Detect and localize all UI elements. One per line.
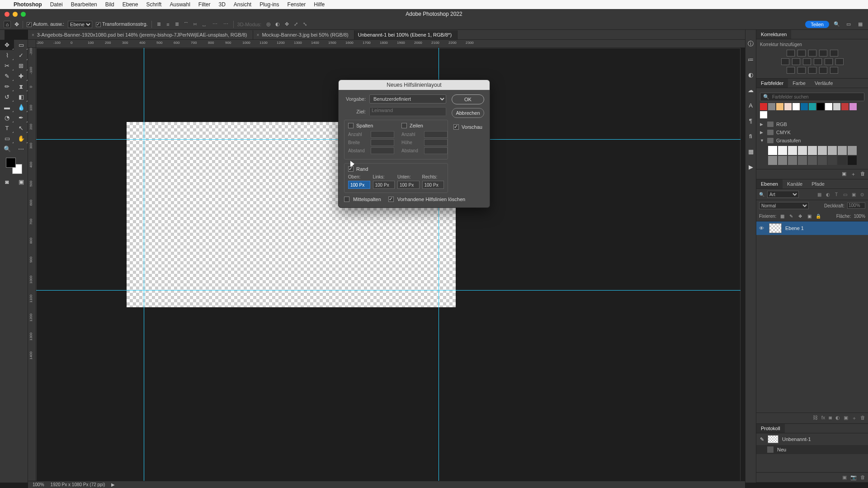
app-name[interactable]: Photoshop <box>14 1 42 8</box>
dialog-title: Neues Hilfslinienlayout <box>339 80 490 90</box>
preset-label: Vorgabe: <box>344 96 366 102</box>
menu-schrift[interactable]: Schrift <box>146 1 161 8</box>
frame-tool[interactable]: ⊞ <box>14 61 28 71</box>
clear-guides-label: Vorhandene Hilfslinien löschen <box>397 197 465 202</box>
margin-left-input[interactable] <box>373 181 395 189</box>
distribute-icon[interactable]: ⋯ <box>212 21 219 28</box>
menu-filter[interactable]: Filter <box>198 1 211 8</box>
align-left-icon[interactable]: ≣ <box>156 21 163 28</box>
align-center-v-icon[interactable]: ⎶ <box>192 21 199 28</box>
clear-guides-checkbox[interactable] <box>388 197 394 202</box>
quick-select-tool[interactable]: ✓ <box>14 50 28 61</box>
vertical-ruler[interactable]: -200-10001002003004005006007008009001000… <box>28 48 36 369</box>
preview-checkbox[interactable] <box>453 124 459 130</box>
menu-bearbeiten[interactable]: Bearbeiten <box>71 1 97 8</box>
rows-height-label: Höhe <box>401 140 421 145</box>
type-tool[interactable]: T <box>0 123 14 133</box>
more-align-icon[interactable]: ⋯ <box>222 21 230 28</box>
guide-horizontal[interactable] <box>36 290 658 291</box>
align-center-h-icon[interactable]: ≡ <box>165 21 172 28</box>
document-tab-1-label: 3-Angebots-Banner-868x488.psd bei 148%… <box>37 32 247 38</box>
macos-menubar: Photoshop Datei Bearbeiten Bild Ebene Sc… <box>0 0 658 9</box>
columns-gutter-input <box>371 147 394 154</box>
menu-3d[interactable]: 3D <box>218 1 225 8</box>
menu-hilfe[interactable]: Hilfe <box>314 1 325 8</box>
margin-bottom-input[interactable] <box>397 181 420 189</box>
rows-gutter-label: Abstand <box>401 148 421 153</box>
toolbox: ✥ ▭ ⌇ ✓ ✂ ⊞ ✎ ✚ ✏ ⧗ ↺ ◧ ▬ 💧 ◔ ✒ T ↖ ▭ ✋ … <box>0 40 28 369</box>
menu-plugins[interactable]: Plug-ins <box>259 1 279 8</box>
center-columns-checkbox[interactable] <box>344 197 349 202</box>
align-top-icon[interactable]: ⎴ <box>183 21 190 28</box>
doc-tab-gutter <box>0 30 5 40</box>
document-tab-2[interactable]: ×Mockup-Banner-3.jpg bei 50% (RGB/8) <box>253 30 354 39</box>
history-brush-tool[interactable]: ↺ <box>0 92 14 102</box>
clone-tool[interactable]: ⧗ <box>14 81 28 92</box>
menu-auswahl[interactable]: Auswahl <box>170 1 190 8</box>
3d-mode-label: 3D-Modus: <box>237 22 262 27</box>
hand-tool[interactable]: ✋ <box>14 133 28 144</box>
pen-tool[interactable]: ✒ <box>14 113 28 123</box>
rows-checkbox[interactable] <box>401 123 407 128</box>
healing-tool[interactable]: ✚ <box>14 71 28 81</box>
new-guide-layout-dialog: Neues Hilfslinienlayout OK Abbrechen Vor… <box>338 80 490 208</box>
options-bar: ⌂ ✥ Autom. ausw.: Ebene Transformationss… <box>0 19 658 30</box>
window-minimize-icon[interactable] <box>13 12 18 17</box>
brush-tool[interactable]: ✏ <box>0 81 14 92</box>
gradient-tool[interactable]: ▬ <box>0 102 14 113</box>
margin-top-label: Oben: <box>348 174 370 179</box>
window-title: Adobe Photoshop 2022 <box>0 11 658 17</box>
zoom-tool[interactable]: 🔍 <box>0 144 14 154</box>
artboard-tool[interactable]: ▭ <box>14 40 28 50</box>
columns-checkbox[interactable] <box>348 123 354 128</box>
auto-select-checkbox[interactable] <box>27 22 32 27</box>
guide-vertical[interactable] <box>144 48 144 369</box>
quick-mask-icon[interactable]: ◙ <box>0 177 14 187</box>
horizontal-ruler[interactable]: -200-10001002003004005006007008009001000… <box>36 40 658 48</box>
foreground-color-swatch[interactable] <box>6 158 16 168</box>
transform-controls-checkbox[interactable] <box>96 22 101 27</box>
menu-ebene[interactable]: Ebene <box>123 1 138 8</box>
foreground-background-colors[interactable] <box>6 158 22 174</box>
margin-label: Rand <box>356 166 368 172</box>
columns-count-input <box>371 131 394 138</box>
target-select: Leinwand <box>369 107 446 116</box>
margin-top-input[interactable] <box>348 181 370 189</box>
window-close-icon[interactable] <box>5 12 9 17</box>
blur-tool[interactable]: 💧 <box>14 102 28 113</box>
margin-checkbox[interactable] <box>348 166 354 172</box>
dodge-tool[interactable]: ◔ <box>0 113 14 123</box>
menu-fenster[interactable]: Fenster <box>288 1 306 8</box>
preset-select[interactable]: Benutzerdefiniert <box>369 94 446 103</box>
rows-gutter-input <box>424 147 448 154</box>
ok-button[interactable]: OK <box>452 94 484 104</box>
close-tab-icon[interactable]: × <box>257 33 259 38</box>
menu-ansicht[interactable]: Ansicht <box>234 1 251 8</box>
path-select-tool[interactable]: ↖ <box>14 123 28 133</box>
menu-datei[interactable]: Datei <box>50 1 63 8</box>
margin-right-input[interactable] <box>422 181 444 189</box>
cancel-button[interactable]: Abbrechen <box>452 108 484 118</box>
close-tab-icon[interactable]: × <box>32 33 34 38</box>
eyedropper-tool[interactable]: ✎ <box>0 71 14 81</box>
document-tab-2-label: Mockup-Banner-3.jpg bei 50% (RGB/8) <box>262 32 348 38</box>
ruler-origin[interactable] <box>28 40 36 48</box>
align-bottom-icon[interactable]: ⎵ <box>201 21 208 28</box>
window-zoom-icon[interactable] <box>21 12 26 17</box>
home-icon[interactable]: ⌂ <box>4 21 11 28</box>
edit-toolbar[interactable]: ⋯ <box>14 144 28 154</box>
menu-bild[interactable]: Bild <box>105 1 114 8</box>
margin-left-label: Links: <box>373 174 395 179</box>
screen-mode-icon[interactable]: ▣ <box>14 177 28 187</box>
eraser-tool[interactable]: ◧ <box>14 92 28 102</box>
crop-tool[interactable]: ✂ <box>0 61 14 71</box>
document-tab-3[interactable]: Unbenannt-1 bei 100% (Ebene 1, RGB/8*) <box>354 30 458 39</box>
move-tool[interactable]: ✥ <box>0 40 14 50</box>
align-right-icon[interactable]: ≣ <box>174 21 181 28</box>
rows-label: Zeilen <box>410 123 423 128</box>
lasso-tool[interactable]: ⌇ <box>0 50 14 61</box>
auto-select-kind[interactable]: Ebene <box>68 21 92 28</box>
document-tab-1[interactable]: ×3-Angebots-Banner-868x488.psd bei 148… <box>28 30 253 39</box>
rectangle-tool[interactable]: ▭ <box>0 133 14 144</box>
3d-pan-icon: ✥ <box>283 21 290 28</box>
